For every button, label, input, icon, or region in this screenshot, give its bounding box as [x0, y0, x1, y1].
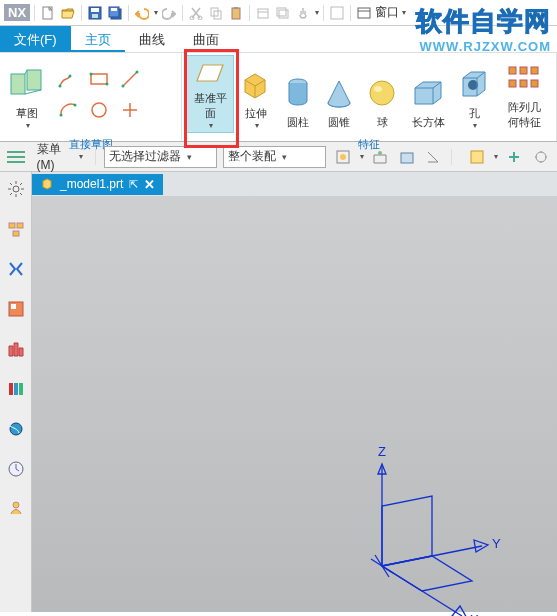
tool1-icon[interactable]	[254, 4, 272, 22]
close-icon[interactable]: ✕	[144, 177, 155, 192]
sphere-button[interactable]: 球	[360, 55, 404, 133]
checkbox-icon[interactable]	[328, 4, 346, 22]
svg-rect-48	[471, 151, 483, 163]
viewport[interactable]: _model1.prt ⇱ ✕ Z Y X	[32, 172, 557, 612]
save-all-icon[interactable]	[106, 4, 124, 22]
sel-add-icon[interactable]	[504, 146, 525, 168]
circle-icon[interactable]	[85, 96, 113, 124]
document-tab[interactable]: _model1.prt ⇱ ✕	[32, 174, 163, 195]
menu-icon[interactable]	[6, 146, 27, 168]
svg-rect-15	[277, 8, 286, 16]
resource-bar	[0, 172, 32, 612]
history-icon[interactable]	[5, 338, 27, 360]
sel-opts-icon[interactable]	[530, 146, 551, 168]
line-icon[interactable]	[116, 65, 144, 93]
tab-curve[interactable]: 曲线	[125, 26, 179, 52]
cuboid-button[interactable]: 长方体	[404, 55, 452, 133]
window-icon[interactable]	[355, 4, 373, 22]
reuse-icon[interactable]	[5, 298, 27, 320]
assembly-value: 整个装配	[228, 148, 276, 165]
svg-point-25	[122, 84, 125, 87]
svg-rect-51	[9, 223, 15, 228]
pin-icon[interactable]: ⇱	[129, 178, 138, 191]
canvas[interactable]: Z Y X	[32, 196, 557, 612]
point-icon[interactable]	[116, 96, 144, 124]
settings-icon[interactable]	[5, 178, 27, 200]
separator	[95, 149, 96, 165]
assembly-select[interactable]: 整个装配▾	[223, 146, 326, 168]
selection-toolbar: 菜单(M)▾ 无选择过滤器▾ 整个装配▾ ▾ ▾	[0, 142, 557, 172]
svg-rect-47	[401, 153, 413, 163]
pattern-button[interactable]: 阵列几何特征	[496, 55, 552, 133]
datum-plane-label: 基准平面	[193, 91, 227, 121]
chevron-down-icon[interactable]: ▾	[494, 152, 498, 161]
extrude-icon	[241, 64, 271, 104]
coordinate-axes: Z Y X	[342, 426, 542, 616]
open-icon[interactable]	[59, 4, 77, 22]
svg-rect-40	[531, 80, 538, 87]
svg-point-49	[536, 152, 546, 162]
roles-icon[interactable]	[5, 498, 27, 520]
chevron-down-icon: ▾	[255, 121, 259, 130]
tab-file[interactable]: 文件(F)	[0, 26, 71, 52]
web-icon[interactable]	[5, 418, 27, 440]
svg-point-32	[370, 81, 394, 105]
separator	[128, 5, 129, 21]
sketch-button[interactable]: 草图 ▾	[4, 55, 50, 133]
svg-rect-53	[13, 231, 19, 236]
undo-icon[interactable]	[133, 4, 151, 22]
axis-z-label: Z	[378, 444, 386, 459]
touch-icon[interactable]	[294, 4, 312, 22]
sel-tool3-icon[interactable]	[396, 146, 417, 168]
axis-y-label: Y	[492, 536, 501, 551]
svg-point-24	[106, 82, 109, 85]
profile-icon[interactable]	[54, 65, 82, 93]
menu-button[interactable]: 菜单(M)▾	[33, 139, 88, 174]
clock-icon[interactable]	[5, 458, 27, 480]
arc-icon[interactable]	[54, 96, 82, 124]
hole-button[interactable]: 孔 ▾	[452, 55, 496, 133]
chevron-down-icon: ▾	[187, 152, 192, 162]
ribbon: 草图 ▾ 直接草图 基准平面 ▾ 拉伸 ▾	[0, 52, 557, 142]
svg-point-60	[13, 502, 19, 508]
tab-home[interactable]: 主页	[71, 26, 125, 52]
separator	[34, 5, 35, 21]
sel-tool1-icon[interactable]	[332, 146, 353, 168]
svg-rect-41	[7, 151, 25, 153]
new-icon[interactable]	[39, 4, 57, 22]
paste-icon[interactable]	[227, 4, 245, 22]
part-nav-icon[interactable]	[5, 218, 27, 240]
tool2-icon[interactable]	[274, 4, 292, 22]
sel-color-icon[interactable]	[466, 146, 487, 168]
chevron-down-icon: ▾	[209, 121, 213, 130]
cylinder-label: 圆柱	[287, 115, 309, 130]
datum-plane-button[interactable]: 基准平面 ▾	[186, 55, 234, 133]
constraint-nav-icon[interactable]	[5, 258, 27, 280]
separator	[81, 5, 82, 21]
cut-icon[interactable]	[187, 4, 205, 22]
svg-rect-57	[14, 383, 18, 395]
cone-button[interactable]: 圆锥	[318, 55, 360, 133]
undo-dropdown-icon[interactable]: ▾	[154, 8, 158, 17]
svg-point-28	[74, 103, 77, 106]
svg-rect-36	[520, 67, 527, 74]
svg-rect-17	[358, 8, 370, 18]
workspace: _model1.prt ⇱ ✕ Z Y X	[0, 172, 557, 612]
rectangle-icon[interactable]	[85, 65, 113, 93]
touch-dropdown-icon[interactable]: ▾	[315, 8, 319, 17]
redo-icon[interactable]	[160, 4, 178, 22]
svg-point-26	[136, 70, 139, 73]
svg-rect-55	[11, 304, 16, 309]
extrude-button[interactable]: 拉伸 ▾	[234, 55, 278, 133]
tab-surface[interactable]: 曲面	[179, 26, 233, 52]
svg-rect-42	[7, 156, 25, 158]
filter-select[interactable]: 无选择过滤器▾	[104, 146, 217, 168]
chevron-down-icon[interactable]: ▾	[360, 152, 364, 161]
library-icon[interactable]	[5, 378, 27, 400]
window-dropdown[interactable]: 窗口▾	[375, 4, 406, 21]
save-icon[interactable]	[86, 4, 104, 22]
sel-tool2-icon[interactable]	[370, 146, 391, 168]
cylinder-button[interactable]: 圆柱	[278, 55, 318, 133]
copy-icon[interactable]	[207, 4, 225, 22]
sel-tool4-icon[interactable]	[423, 146, 444, 168]
